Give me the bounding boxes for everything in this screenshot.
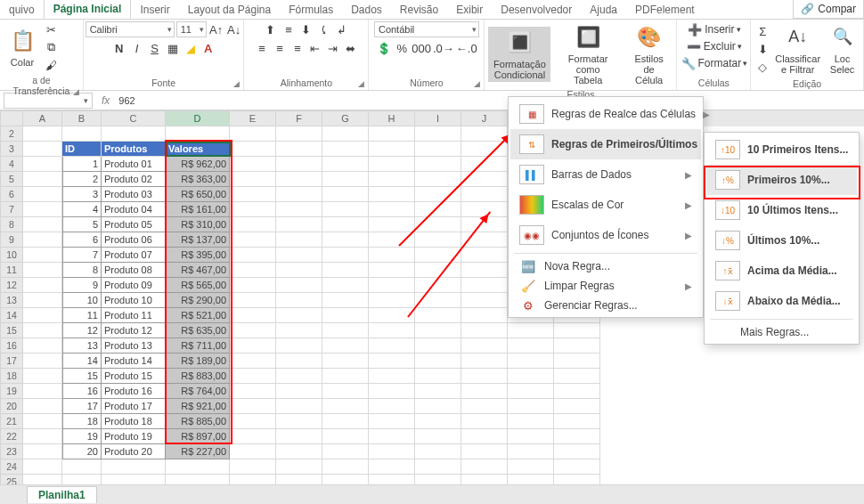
cell[interactable] [23, 293, 62, 308]
tab-view[interactable]: Exibir [447, 1, 492, 19]
cell[interactable] [322, 429, 369, 444]
cell[interactable] [276, 429, 322, 444]
comma-format-icon[interactable]: 000 [412, 40, 431, 56]
find-select-button[interactable]: 🔍 Loc Selec [825, 21, 860, 77]
submenu-top-10-percent[interactable]: ↑% Primeiros 10%... [706, 165, 857, 195]
tab-insert[interactable]: Inserir [131, 1, 178, 19]
cell[interactable] [276, 308, 322, 323]
cell[interactable] [23, 278, 62, 293]
menu-color-scales[interactable]: Escalas de Cor ▶ [510, 190, 701, 220]
tab-layout[interactable]: Layout da Página [179, 1, 280, 19]
delete-cells-button[interactable]: ➖Excluir ▾ [686, 38, 742, 54]
cell[interactable] [322, 308, 369, 323]
cell[interactable]: Produto 03 [102, 187, 166, 202]
cell[interactable] [322, 354, 369, 369]
accounting-format-icon[interactable]: 💲 [376, 40, 392, 56]
select-all-corner[interactable] [0, 110, 23, 126]
cell[interactable] [322, 157, 369, 172]
copy-icon[interactable]: ⧉ [43, 39, 59, 55]
cell[interactable]: 2 [62, 172, 102, 187]
cell[interactable]: R$ 363,00 [166, 172, 230, 187]
cell[interactable]: Produto 07 [102, 248, 166, 263]
cell[interactable] [415, 293, 461, 308]
cell[interactable] [461, 278, 508, 293]
cell[interactable] [23, 248, 62, 263]
tab-help[interactable]: Ajuda [581, 1, 626, 19]
menu-manage-rules[interactable]: ⚙ Gerenciar Regras... [510, 296, 701, 315]
cell[interactable]: 11 [62, 308, 102, 323]
orientation-icon[interactable]: ⤹ [316, 21, 332, 37]
cell[interactable] [554, 429, 600, 444]
cell[interactable] [23, 399, 62, 414]
merge-icon[interactable]: ⬌ [343, 40, 359, 56]
cell[interactable]: R$ 764,00 [166, 384, 230, 399]
cell[interactable]: R$ 565,00 [166, 278, 230, 293]
cell[interactable] [415, 384, 461, 399]
cell[interactable]: Produto 12 [102, 323, 166, 338]
cell[interactable]: R$ 467,00 [166, 263, 230, 278]
cell[interactable] [322, 293, 369, 308]
cell[interactable] [276, 338, 322, 354]
cell[interactable]: Produto 14 [102, 354, 166, 369]
cell[interactable] [23, 157, 62, 172]
row-header[interactable]: 11 [0, 263, 23, 278]
cell[interactable] [369, 384, 415, 399]
cell[interactable] [415, 172, 461, 187]
cell[interactable]: 14 [62, 354, 102, 369]
cell[interactable] [415, 399, 461, 414]
cell[interactable]: 12 [62, 323, 102, 338]
cell[interactable] [276, 232, 322, 248]
cell[interactable] [276, 187, 322, 202]
cell[interactable] [508, 369, 554, 384]
cell[interactable] [415, 232, 461, 248]
cell[interactable]: 16 [62, 384, 102, 399]
dialog-launcher-icon[interactable]: ◢ [358, 79, 364, 88]
row-header[interactable]: 20 [0, 399, 23, 414]
number-format-dropdown[interactable]: Contábil▾ [374, 21, 479, 37]
cell[interactable] [230, 278, 276, 293]
cell[interactable] [166, 459, 230, 475]
row-header[interactable]: 19 [0, 384, 23, 399]
align-center-icon[interactable]: ≡ [272, 40, 288, 56]
tab-developer[interactable]: Desenvolvedor [492, 1, 581, 19]
cell[interactable] [230, 248, 276, 263]
fill-color-button[interactable]: ◢ [183, 40, 199, 56]
cell[interactable] [415, 338, 461, 354]
column-header-B[interactable]: B [62, 110, 102, 126]
tab-formulas[interactable]: Fórmulas [280, 1, 342, 19]
cell[interactable] [461, 293, 508, 308]
row-header[interactable]: 6 [0, 187, 23, 202]
cell[interactable] [415, 354, 461, 369]
cell[interactable] [230, 187, 276, 202]
decrease-font-icon[interactable]: A↓ [226, 21, 242, 37]
menu-top-bottom-rules[interactable]: ⇅ Regras de Primeiros/Últimos ▶ [510, 129, 701, 159]
cell[interactable] [230, 217, 276, 232]
cell[interactable]: R$ 395,00 [166, 248, 230, 263]
cell[interactable]: Produto 09 [102, 278, 166, 293]
cell[interactable]: R$ 897,00 [166, 429, 230, 444]
cell[interactable] [230, 126, 276, 142]
cell[interactable] [23, 126, 62, 142]
cell[interactable] [230, 157, 276, 172]
cell[interactable]: Produto 01 [102, 157, 166, 172]
cell[interactable] [23, 263, 62, 278]
cell[interactable] [322, 142, 369, 157]
cell[interactable] [369, 444, 415, 459]
format-cells-button[interactable]: 🔧Formatar ▾ [681, 55, 748, 71]
row-header[interactable]: 7 [0, 202, 23, 217]
wrap-text-icon[interactable]: ↲ [334, 21, 350, 37]
cell[interactable]: Produto 06 [102, 232, 166, 248]
cell[interactable] [369, 429, 415, 444]
cell[interactable] [322, 232, 369, 248]
cell[interactable] [461, 459, 508, 475]
cell[interactable] [369, 338, 415, 354]
cell[interactable] [322, 384, 369, 399]
cell[interactable]: Produto 19 [102, 429, 166, 444]
row-header[interactable]: 17 [0, 354, 23, 369]
menu-data-bars[interactable]: ▌▌ Barras de Dados ▶ [510, 159, 701, 190]
cell[interactable] [230, 444, 276, 459]
cell[interactable]: R$ 635,00 [166, 323, 230, 338]
cell[interactable] [554, 399, 600, 414]
cell[interactable] [322, 369, 369, 384]
tab-file[interactable]: quivo [0, 1, 44, 19]
